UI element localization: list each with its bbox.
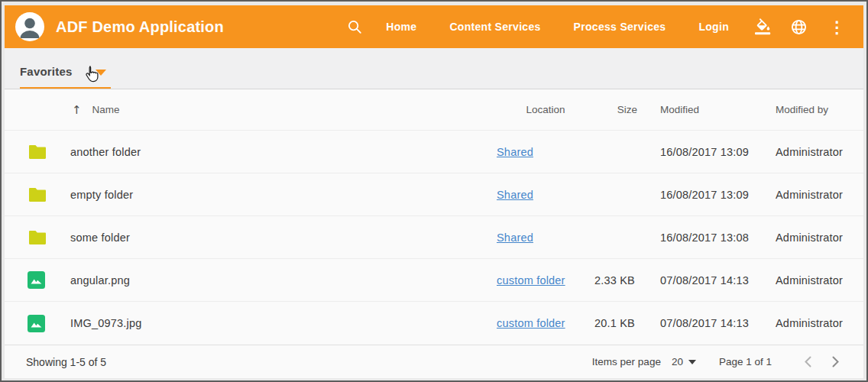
file-name[interactable]: angular.png bbox=[70, 274, 497, 286]
file-size: 20.1 KB bbox=[594, 317, 660, 329]
table-row[interactable]: empty folder Shared 16/08/2017 13:09 Adm… bbox=[5, 173, 863, 216]
column-header-size[interactable]: Size bbox=[594, 104, 660, 115]
next-page-button[interactable] bbox=[825, 352, 845, 372]
pagination-controls: Items per page 20 Page 1 of 1 bbox=[592, 352, 845, 372]
modified-by: Administrator bbox=[776, 146, 848, 158]
language-globe-icon[interactable] bbox=[790, 18, 808, 36]
table-row[interactable]: some folder Shared 16/08/2017 13:08 Admi… bbox=[5, 216, 863, 259]
modified-date: 07/08/2017 14:13 bbox=[660, 317, 776, 329]
location-link[interactable]: Shared bbox=[497, 146, 533, 158]
toolbar-right: Home Content Services Process Services L… bbox=[346, 16, 850, 37]
location-link[interactable]: custom folder bbox=[497, 317, 565, 329]
user-avatar[interactable] bbox=[15, 12, 44, 41]
nav-item-content-services[interactable]: Content Services bbox=[449, 16, 540, 37]
app-title: ADF Demo Application bbox=[56, 18, 224, 36]
theme-color-fill-icon[interactable] bbox=[755, 18, 772, 35]
modified-date: 07/08/2017 14:13 bbox=[660, 274, 776, 286]
user-avatar-icon bbox=[15, 12, 44, 41]
modified-date: 16/08/2017 13:09 bbox=[660, 146, 776, 158]
location-link[interactable]: Shared bbox=[497, 231, 533, 244]
file-name[interactable]: IMG_0973.jpg bbox=[70, 317, 497, 329]
items-per-page-value: 20 bbox=[672, 356, 683, 367]
modified-by: Administrator bbox=[776, 317, 848, 329]
column-header-name[interactable]: ↑ Name bbox=[28, 103, 497, 117]
modified-by: Administrator bbox=[776, 231, 848, 244]
modified-date: 16/08/2017 13:08 bbox=[660, 231, 776, 244]
sort-ascending-icon: ↑ bbox=[72, 103, 82, 117]
table-header-row: ↑ Name Location Size Modified Modified b… bbox=[5, 89, 863, 131]
nav-item-process-services[interactable]: Process Services bbox=[574, 16, 666, 37]
modified-by: Administrator bbox=[776, 189, 848, 201]
table-row[interactable]: another folder Shared 16/08/2017 13:09 A… bbox=[5, 131, 863, 173]
file-name[interactable]: empty folder bbox=[70, 189, 497, 201]
column-header-modified[interactable]: Modified bbox=[660, 104, 776, 115]
folder-icon bbox=[28, 186, 47, 203]
file-name[interactable]: some folder bbox=[70, 231, 497, 244]
modified-by: Administrator bbox=[776, 274, 848, 286]
page-indicator-label: Page 1 of 1 bbox=[719, 356, 772, 367]
folder-icon bbox=[28, 229, 47, 246]
main-nav: Home Content Services Process Services L… bbox=[386, 16, 755, 37]
column-header-location[interactable]: Location bbox=[497, 104, 594, 115]
favorites-dropdown[interactable]: Favorites bbox=[20, 65, 111, 89]
items-per-page-select[interactable]: 20 bbox=[672, 356, 696, 367]
document-list: another folder Shared 16/08/2017 13:09 A… bbox=[5, 131, 863, 345]
table-row[interactable]: IMG_0973.jpg custom folder 20.1 KB 07/08… bbox=[5, 302, 863, 345]
favorites-label: Favorites bbox=[20, 65, 73, 78]
pagination-bar: Showing 1-5 of 5 Items per page 20 Page … bbox=[5, 345, 863, 378]
items-per-page-caret-icon bbox=[688, 360, 696, 364]
view-selector-bar: Favorites bbox=[5, 48, 863, 89]
image-file-icon bbox=[28, 315, 45, 332]
column-header-modified-by[interactable]: Modified by bbox=[776, 104, 848, 115]
showing-range-label: Showing 1-5 of 5 bbox=[26, 356, 106, 368]
previous-page-button[interactable] bbox=[798, 352, 818, 372]
app-window: ADF Demo Application Home Content Servic… bbox=[0, 0, 868, 382]
file-name[interactable]: another folder bbox=[70, 146, 497, 158]
file-size: 2.33 KB bbox=[594, 274, 660, 286]
dropdown-caret-icon bbox=[96, 70, 106, 76]
modified-date: 16/08/2017 13:09 bbox=[660, 189, 776, 201]
table-row[interactable]: angular.png custom folder 2.33 KB 07/08/… bbox=[5, 259, 863, 302]
nav-item-login[interactable]: Login bbox=[698, 16, 729, 37]
location-link[interactable]: Shared bbox=[497, 189, 533, 201]
items-per-page-label: Items per page bbox=[592, 356, 661, 367]
nav-item-home[interactable]: Home bbox=[386, 16, 416, 37]
app-toolbar: ADF Demo Application Home Content Servic… bbox=[5, 5, 863, 48]
search-icon[interactable] bbox=[346, 18, 363, 35]
location-link[interactable]: custom folder bbox=[497, 274, 565, 286]
adf-app: ADF Demo Application Home Content Servic… bbox=[5, 5, 863, 378]
image-file-icon bbox=[28, 271, 45, 289]
folder-icon bbox=[28, 144, 47, 160]
column-header-name-label: Name bbox=[92, 104, 120, 115]
more-options-kebab-icon[interactable]: ⋮ bbox=[824, 19, 850, 35]
